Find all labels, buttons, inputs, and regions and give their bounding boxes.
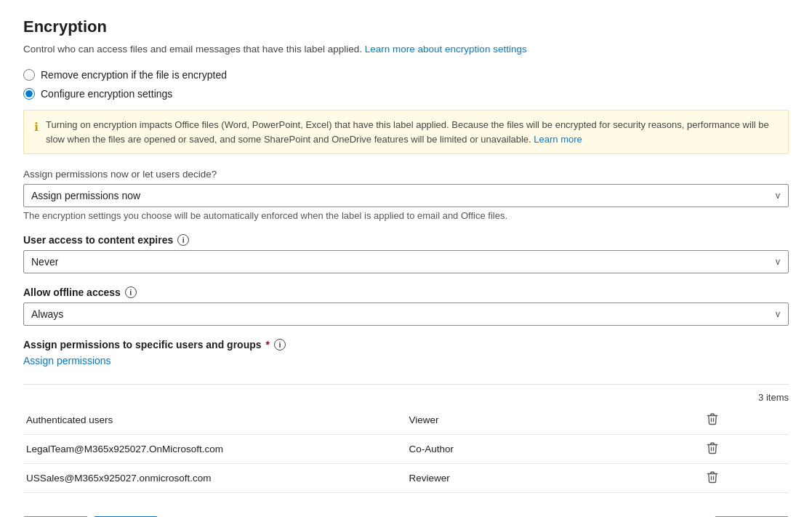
learn-more-encryption-link[interactable]: Learn more about encryption settings: [365, 44, 527, 55]
assign-permissions-select-wrapper: Assign permissions now Let users assign …: [23, 184, 789, 207]
specific-users-title: Assign permissions to specific users and…: [23, 339, 789, 350]
user-access-info-icon: i: [177, 234, 189, 246]
table-row: USSales@M365x925027.onmicrosoft.com Revi…: [23, 464, 789, 493]
delete-cell-1: [635, 435, 789, 464]
offline-access-select[interactable]: Always Never Only for a number of days: [23, 302, 789, 326]
table-row: Authenticated users Viewer: [23, 406, 789, 435]
info-banner: ℹ Turning on encryption impacts Office f…: [23, 110, 789, 154]
offline-access-info-icon: i: [125, 286, 137, 298]
page-title: Encryption: [23, 17, 789, 36]
specific-users-info-icon: i: [274, 339, 286, 350]
assign-permissions-helper: The encryption settings you choose will …: [23, 210, 789, 221]
role-cell-0: Viewer: [406, 406, 636, 435]
role-cell-2: Reviewer: [406, 464, 636, 493]
items-count: 3 items: [23, 392, 789, 403]
info-banner-icon: ℹ: [34, 119, 39, 136]
permissions-table: Authenticated users Viewer LegalTeam@M36…: [23, 406, 789, 493]
remove-encryption-option[interactable]: Remove encryption if the file is encrypt…: [23, 69, 789, 81]
user-cell-1: LegalTeam@M365x925027.OnMicrosoft.com: [23, 435, 406, 464]
assign-permissions-section: Assign permissions now or let users deci…: [23, 169, 789, 221]
delete-icon-1[interactable]: [706, 441, 719, 454]
info-banner-text: Turning on encryption impacts Office fil…: [46, 118, 778, 146]
remove-encryption-radio[interactable]: [23, 69, 35, 81]
info-banner-learn-more-link[interactable]: Learn more: [534, 134, 582, 145]
required-star: *: [266, 339, 270, 350]
configure-encryption-radio[interactable]: [23, 88, 35, 100]
user-access-select[interactable]: Never On a specific date A number of day…: [23, 250, 789, 273]
assign-permissions-label: Assign permissions now or let users deci…: [23, 169, 789, 180]
offline-access-section: Allow offline access i Always Never Only…: [23, 286, 789, 326]
assign-permissions-select[interactable]: Assign permissions now Let users assign …: [23, 184, 789, 207]
delete-cell-0: [635, 406, 789, 435]
role-cell-1: Co-Author: [406, 435, 636, 464]
assign-permissions-link[interactable]: Assign permissions: [23, 355, 111, 366]
specific-users-section: Assign permissions to specific users and…: [23, 339, 789, 493]
delete-cell-2: [635, 464, 789, 493]
delete-icon-2[interactable]: [706, 470, 719, 484]
user-cell-2: USSales@M365x925027.onmicrosoft.com: [23, 464, 406, 493]
configure-encryption-label: Configure encryption settings: [41, 88, 172, 100]
offline-access-select-wrapper: Always Never Only for a number of days: [23, 302, 789, 326]
remove-encryption-label: Remove encryption if the file is encrypt…: [41, 69, 227, 81]
delete-icon-0[interactable]: [706, 412, 719, 425]
user-cell-0: Authenticated users: [23, 406, 406, 435]
encryption-radio-group: Remove encryption if the file is encrypt…: [23, 69, 789, 100]
offline-access-title: Allow offline access i: [23, 286, 789, 298]
user-access-title: User access to content expires i: [23, 234, 789, 246]
page-description: Control who can access files and email m…: [23, 44, 789, 55]
user-access-select-wrapper: Never On a specific date A number of day…: [23, 250, 789, 273]
table-row: LegalTeam@M365x925027.OnMicrosoft.com Co…: [23, 435, 789, 464]
table-divider: [23, 384, 789, 385]
configure-encryption-option[interactable]: Configure encryption settings: [23, 88, 789, 100]
user-access-section: User access to content expires i Never O…: [23, 234, 789, 273]
